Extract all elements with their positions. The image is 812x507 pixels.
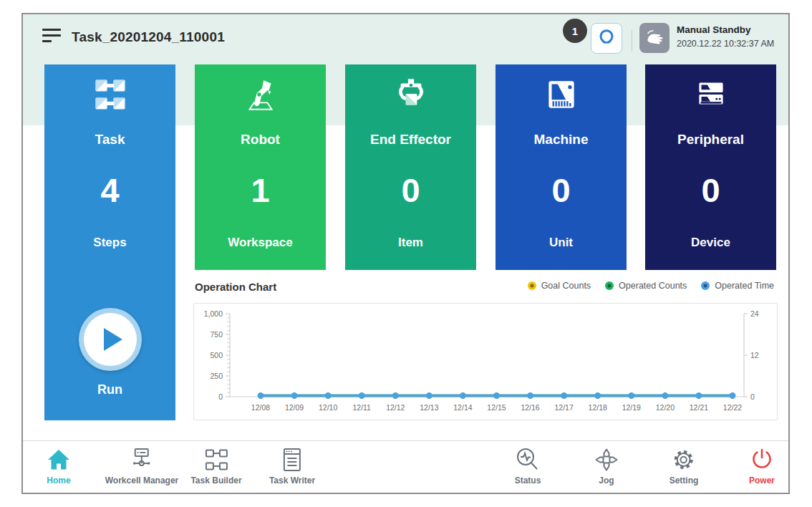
card-value: 4 [44,170,175,210]
robot-arm-icon [241,74,281,117]
app-window: Task_20201204_110001 1 Manual Standby 20… [21,13,790,494]
gear-icon [670,445,699,474]
svg-text:12/10: 12/10 [319,403,337,412]
svg-text:12/21: 12/21 [690,403,708,412]
svg-text:12/14: 12/14 [453,403,472,412]
nav-jog[interactable]: Jog [592,445,621,486]
card-end-effector[interactable]: End Effector 0 Item [345,64,476,270]
legend-dot-yellow [528,281,536,290]
svg-text:12/13: 12/13 [420,403,438,412]
svg-text:12/17: 12/17 [555,403,574,412]
power-icon [748,445,776,474]
robot-status: Manual Standby 2020.12.22 10:32:37 AM [677,25,774,48]
svg-text:500: 500 [210,351,223,359]
end-effector-icon [391,74,431,117]
svg-text:12/16: 12/16 [521,403,539,412]
card-robot[interactable]: Robot 1 Workspace [195,64,326,270]
svg-text:24: 24 [750,309,759,318]
chart-canvas: 02505007501,0000122412/0812/0912/1012/11… [194,304,777,420]
svg-text:12/22: 12/22 [723,403,742,412]
legend-dot-green [605,281,614,290]
legend-goal-counts: Goal Counts [528,281,591,291]
workcell-manager-icon [105,445,178,474]
svg-text:1,000: 1,000 [204,309,223,318]
nav-setting[interactable]: Setting [670,445,699,486]
card-unit: Workspace [195,236,326,250]
nav-task-writer[interactable]: Task Writer [269,445,315,486]
peripheral-icon [691,74,731,117]
nav-home[interactable]: Home [44,445,73,486]
card-value: 0 [345,170,476,210]
run-button[interactable] [79,308,142,371]
svg-text:0: 0 [750,392,755,401]
status-datetime: 2020.12.22 10:32:37 AM [677,39,774,49]
gripper-icon [596,27,617,50]
legend-dot-blue [701,281,710,290]
machine-icon [541,74,581,117]
status-icon [513,445,542,474]
card-value: 0 [496,170,627,210]
svg-text:12/08: 12/08 [251,403,270,412]
card-task[interactable]: Task 4 Steps Run [44,64,175,420]
card-unit: Item [345,236,476,250]
topbar-divider [632,30,632,52]
card-value: 0 [645,170,776,210]
manual-mode-chip[interactable] [639,23,670,53]
gripper-tool-button[interactable] [591,23,622,54]
svg-text:12/20: 12/20 [656,403,675,412]
nav-workcell-manager[interactable]: Workcell Manager [105,445,178,486]
home-icon [44,445,73,474]
card-title: Task [44,132,175,148]
card-unit: Unit [496,236,627,250]
play-icon [104,328,122,351]
jog-icon [592,445,621,474]
svg-text:12/09: 12/09 [285,403,304,412]
card-peripheral[interactable]: Peripheral 0 Device [645,64,776,270]
svg-text:0: 0 [218,392,223,401]
card-value: 1 [195,170,326,210]
nav-task-builder[interactable]: Task Builder [190,445,241,486]
svg-text:12/18: 12/18 [589,403,607,412]
svg-text:12/12: 12/12 [386,403,405,412]
task-builder-icon [190,445,241,474]
card-unit: Device [645,236,776,250]
page-title: Task_20201204_110001 [72,29,225,45]
chart-legend: Goal Counts Operated Counts Operated Tim… [528,281,774,291]
hand-icon [644,26,664,49]
card-unit: Steps [44,236,175,250]
svg-text:750: 750 [210,330,223,339]
operation-chart: 02505007501,0000122412/0812/0912/1012/11… [193,303,778,420]
run-label: Run [44,382,175,397]
status-mode-label: Manual Standby [677,25,774,35]
svg-text:12/19: 12/19 [622,403,641,412]
card-title: Peripheral [645,132,776,148]
svg-text:12/15: 12/15 [487,403,506,412]
nav-power[interactable]: Power [748,445,776,486]
svg-text:12: 12 [750,351,759,359]
nav-status[interactable]: Status [513,445,542,486]
legend-operated-time: Operated Time [701,281,774,291]
notification-badge[interactable]: 1 [563,19,587,43]
card-title: End Effector [345,132,476,148]
task-icon [90,74,130,117]
svg-text:12/11: 12/11 [352,403,371,412]
task-writer-icon [269,445,315,474]
menu-icon[interactable] [42,29,61,46]
card-title: Robot [195,132,326,148]
card-machine[interactable]: Machine 0 Unit [496,64,627,270]
svg-text:250: 250 [210,372,223,380]
chart-title: Operation Chart [195,281,276,293]
bottom-nav: Home Workcell Manager [23,440,788,493]
legend-operated-counts: Operated Counts [605,281,687,291]
card-title: Machine [496,132,627,148]
